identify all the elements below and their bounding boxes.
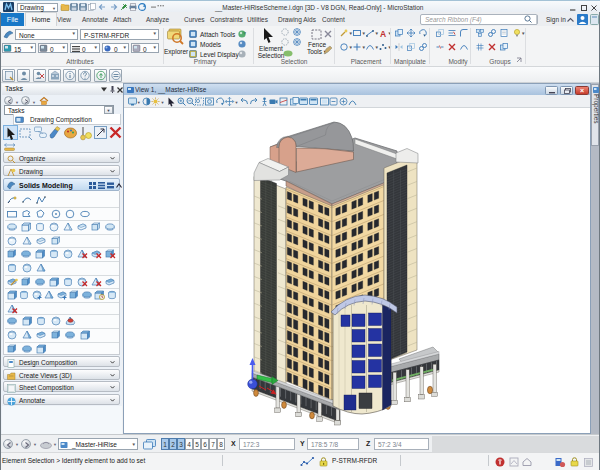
svg-text:A: A — [380, 29, 386, 39]
